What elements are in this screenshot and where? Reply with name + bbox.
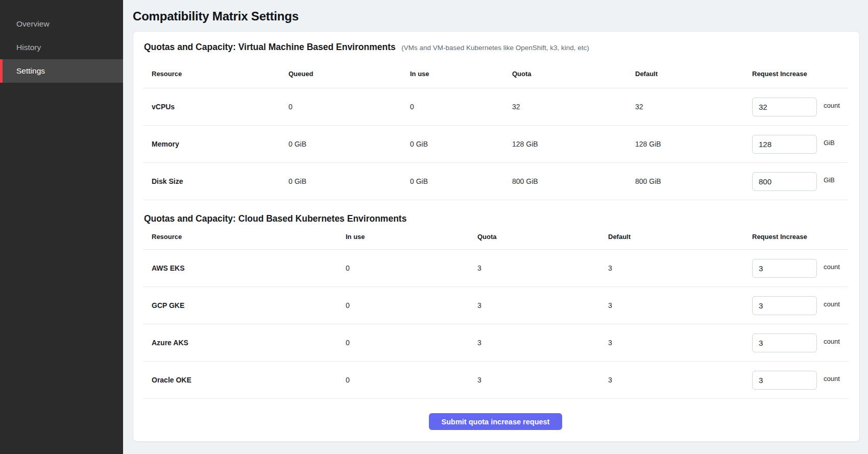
in-use-value: 0 <box>337 339 469 347</box>
k8s-quota-table: Resource In use Quota Default Request In… <box>143 224 848 399</box>
column-header-request-increase: Request Increase <box>743 233 848 241</box>
sidebar-item-history[interactable]: History <box>0 36 123 59</box>
vm-table-header: Resource Queued In use Quota Default Req… <box>143 60 848 88</box>
table-row-vcpus: vCPUs 0 0 32 32 count <box>143 88 848 126</box>
table-row-gcp-gke: GCP GKE 0 3 3 count <box>143 287 848 324</box>
default-value: 800 GiB <box>626 177 743 185</box>
in-use-value: 0 GiB <box>401 140 503 148</box>
in-use-value: 0 <box>337 376 469 384</box>
table-row-azure-aks: Azure AKS 0 3 3 count <box>143 324 848 362</box>
vm-quota-table: Resource Queued In use Quota Default Req… <box>143 60 848 200</box>
sidebar-item-overview[interactable]: Overview <box>0 12 123 36</box>
in-use-value: 0 GiB <box>401 177 503 185</box>
in-use-value: 0 <box>337 301 469 309</box>
unit-label: count <box>824 263 840 271</box>
queued-value: 0 GiB <box>280 177 401 185</box>
quota-value: 32 <box>503 103 626 111</box>
unit-label: count <box>824 300 840 308</box>
column-header-in-use: In use <box>401 70 503 78</box>
quota-value: 3 <box>469 301 599 309</box>
quota-value: 128 GiB <box>503 140 626 148</box>
page-title: Compatibility Matrix Settings <box>133 9 860 23</box>
sidebar: Overview History Settings <box>0 0 123 454</box>
aws-eks-request-input[interactable] <box>752 259 817 278</box>
quota-settings-card: Quotas and Capacity: Virtual Machine Bas… <box>133 31 860 442</box>
default-value: 3 <box>599 376 743 384</box>
queued-value: 0 <box>280 103 401 111</box>
default-value: 3 <box>599 264 743 272</box>
column-header-default: Default <box>626 70 743 78</box>
vcpus-request-input[interactable] <box>752 98 817 116</box>
column-header-resource: Resource <box>143 233 337 241</box>
column-header-default: Default <box>599 233 743 241</box>
sidebar-nav: Overview History Settings <box>0 12 123 83</box>
sidebar-item-settings[interactable]: Settings <box>0 59 123 83</box>
in-use-value: 0 <box>401 103 503 111</box>
column-header-in-use: In use <box>337 233 469 241</box>
vm-section-title: Quotas and Capacity: Virtual Machine Bas… <box>144 42 396 52</box>
table-row-aws-eks: AWS EKS 0 3 3 count <box>143 250 848 287</box>
resource-name: GCP GKE <box>143 301 337 309</box>
gcp-gke-request-input[interactable] <box>752 296 817 315</box>
quota-value: 3 <box>469 264 599 272</box>
unit-label: count <box>824 338 840 345</box>
unit-label: count <box>824 102 840 109</box>
azure-aks-request-input[interactable] <box>752 333 817 352</box>
unit-label: GiB <box>824 176 835 184</box>
column-header-queued: Queued <box>280 70 401 78</box>
column-header-quota: Quota <box>503 70 626 78</box>
in-use-value: 0 <box>337 264 469 272</box>
quota-value: 3 <box>469 339 599 347</box>
vm-section-subtitle: (VMs and VM-based Kubernetes like OpenSh… <box>401 44 589 52</box>
quota-value: 3 <box>469 376 599 384</box>
default-value: 3 <box>599 339 743 347</box>
memory-request-input[interactable] <box>752 135 817 154</box>
vm-section-header: Quotas and Capacity: Virtual Machine Bas… <box>143 42 848 53</box>
resource-name: Azure AKS <box>143 339 337 347</box>
k8s-section-header: Quotas and Capacity: Cloud Based Kuberne… <box>143 213 848 224</box>
resource-name: Oracle OKE <box>143 376 337 384</box>
unit-label: count <box>824 375 840 383</box>
default-value: 32 <box>626 103 743 111</box>
resource-name: AWS EKS <box>143 264 337 272</box>
submit-row: Submit quota increase request <box>143 413 848 439</box>
resource-name: Disk Size <box>143 177 280 185</box>
column-header-request-increase: Request Increase <box>743 70 848 78</box>
column-header-quota: Quota <box>469 233 599 241</box>
table-row-memory: Memory 0 GiB 0 GiB 128 GiB 128 GiB GiB <box>143 126 848 163</box>
resource-name: Memory <box>143 140 280 148</box>
table-row-oracle-oke: Oracle OKE 0 3 3 count <box>143 362 848 399</box>
main-content: Compatibility Matrix Settings Quotas and… <box>123 0 868 454</box>
default-value: 3 <box>599 301 743 309</box>
k8s-section-title: Quotas and Capacity: Cloud Based Kuberne… <box>144 213 406 224</box>
unit-label: GiB <box>824 139 835 147</box>
table-row-disk-size: Disk Size 0 GiB 0 GiB 800 GiB 800 GiB Gi… <box>143 163 848 200</box>
queued-value: 0 GiB <box>280 140 401 148</box>
quota-value: 800 GiB <box>503 177 626 185</box>
disk-size-request-input[interactable] <box>752 172 817 191</box>
oracle-oke-request-input[interactable] <box>752 371 817 390</box>
submit-quota-button[interactable]: Submit quota increase request <box>429 413 563 430</box>
k8s-table-header: Resource In use Quota Default Request In… <box>143 224 848 250</box>
app-window: Overview History Settings Compatibility … <box>0 0 868 454</box>
default-value: 128 GiB <box>626 140 743 148</box>
column-header-resource: Resource <box>143 70 280 78</box>
resource-name: vCPUs <box>143 103 280 111</box>
